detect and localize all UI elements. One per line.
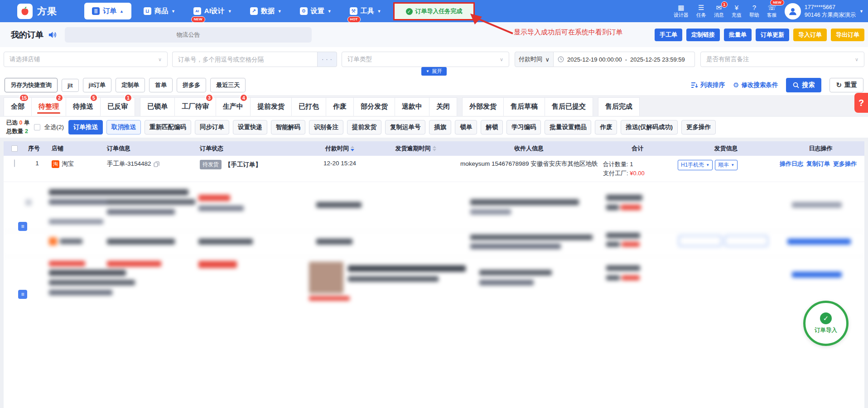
operation-log-link[interactable]: 操作日志	[780, 160, 803, 168]
rematch-code-button[interactable]: 重新匹配编码	[145, 120, 191, 134]
menu-settings[interactable]: ⚙ 设置 ▼	[294, 3, 338, 19]
menu-data[interactable]: ↗ 数据 ▼	[244, 3, 288, 19]
messages-shortcut[interactable]: ✉ 消息 1	[714, 4, 724, 19]
brand[interactable]: 方果	[17, 4, 57, 19]
modify-search-control[interactable]: ⚙ 修改搜索条件	[733, 81, 778, 89]
date-range-picker[interactable]: 2025-12-19 00:00:00 - 2025-12-25 23:59:5…	[554, 52, 695, 67]
tab-refunding[interactable]: 退款中	[395, 97, 429, 116]
tab-badge: 15	[19, 94, 29, 102]
lock-order-button[interactable]: 锁单	[455, 120, 477, 134]
shop-select[interactable]: 请选择店铺∨	[4, 52, 168, 67]
reset-button[interactable]: ↻ 重置	[829, 78, 863, 92]
row-checkbox[interactable]	[14, 159, 15, 167]
sort-overdue-time[interactable]	[433, 146, 436, 151]
tab-aftersale-submitted[interactable]: 售后已提交	[545, 97, 593, 116]
menu-tools[interactable]: ⚒ 工具 ▼ HOT	[344, 3, 387, 19]
set-express-button[interactable]: 设置快递	[233, 120, 267, 134]
tab-locked[interactable]: 已锁单	[140, 97, 175, 116]
quick-filter-jit[interactable]: jit	[62, 79, 79, 92]
refresh-icon: ↻	[836, 81, 842, 89]
support-shortcut[interactable]: ☏ 客服 NEW	[767, 4, 777, 19]
recharge-shortcut[interactable]: ¥ 充值	[732, 4, 742, 19]
cancel-push-button[interactable]: 取消推送	[106, 120, 141, 134]
sync-orders-button[interactable]: 同步订单	[195, 120, 229, 134]
expand-filters-button[interactable]: ▼ 展开	[421, 67, 447, 76]
import-orders-button[interactable]: 导入订单	[793, 29, 827, 41]
early-ship-button[interactable]: 提前发货	[347, 120, 381, 134]
save-quick-query-button[interactable]: 另存为快捷查询	[5, 78, 58, 92]
order-action-buttons: 手工单 定制链接 批量单 订单更新 导入订单 导出订单	[655, 29, 864, 41]
menu-ai-design[interactable]: AI AI设计 ▼ NEW	[188, 3, 238, 19]
unlock-button[interactable]: 解锁	[481, 120, 503, 134]
list-sort-control[interactable]: 列表排序	[691, 81, 725, 89]
pay-time-select[interactable]: 付款时间∨	[515, 52, 554, 67]
batch-order-button[interactable]: 批量单	[724, 29, 752, 41]
tasks-shortcut[interactable]: ☰ 任务	[696, 4, 706, 19]
copy-waybill-button[interactable]: 复制运单号	[385, 120, 426, 134]
select-all-checkbox[interactable]	[34, 124, 40, 130]
manual-order-button[interactable]: 手工单	[655, 29, 682, 41]
remark-icon[interactable]: ≡	[18, 290, 27, 299]
order-import-floating-button[interactable]: ✓ 订单导入	[803, 301, 849, 346]
flag-button[interactable]: 插旗	[429, 120, 451, 134]
search-button[interactable]: 搜索	[786, 78, 821, 92]
tab-pending-sort[interactable]: 待整理2	[31, 97, 66, 116]
quick-filter-jit-order[interactable]: jit订单	[83, 78, 112, 92]
quick-filter-custom[interactable]: 定制单	[116, 78, 145, 92]
quick-filter-pdd[interactable]: 拼多多	[177, 78, 206, 92]
remark-filter-select[interactable]: 是否有留言备注∨	[700, 52, 864, 67]
caret-down-icon: ∨	[500, 57, 503, 62]
menu-orders[interactable]: ≣ 订单 ▲	[84, 3, 131, 19]
copy-order-link[interactable]: 复制订单	[806, 160, 830, 168]
smart-decode-button[interactable]: 智能解码	[271, 120, 305, 134]
tab-packed[interactable]: 已打包	[291, 97, 326, 116]
learn-code-button[interactable]: 学习编码	[506, 120, 541, 134]
export-orders-button[interactable]: 导出订单	[831, 29, 864, 41]
logistics-announcement-input[interactable]	[65, 27, 312, 43]
tab-aftersale-draft[interactable]: 售后草稿	[503, 97, 545, 116]
copy-icon[interactable]	[154, 161, 159, 167]
question-icon: ?	[752, 4, 756, 11]
quick-filter-last3days[interactable]: 最近三天	[210, 78, 246, 92]
tab-void[interactable]: 作废	[326, 97, 354, 116]
status-badge: 待发货	[200, 160, 222, 169]
more-actions-link[interactable]: 更多操作	[833, 160, 857, 168]
row-pay-time: 12-20 15:24	[323, 160, 356, 167]
tab-pending-push[interactable]: 待推送5	[66, 97, 101, 116]
order-type-select[interactable]: 订单类型∨	[342, 52, 509, 67]
tab-closed[interactable]: 关闭	[429, 97, 457, 116]
search-filter-row: 请选择店铺∨ · · · 订单类型∨ 付款时间∨ 2025-12-19 00:0…	[0, 47, 868, 67]
tab-reverse-audit[interactable]: 已反审1	[100, 97, 135, 116]
recognize-remark-button[interactable]: 识别备注	[309, 120, 343, 134]
tab-in-production[interactable]: 生产中4	[216, 97, 251, 116]
designer-shortcut[interactable]: ▦ 设计器	[674, 4, 689, 19]
header-checkbox[interactable]	[11, 145, 18, 152]
void-button[interactable]: 作废	[595, 120, 617, 134]
order-number-input[interactable]	[172, 52, 317, 67]
order-update-button[interactable]: 订单更新	[756, 29, 789, 41]
quick-filter-first-order[interactable]: 首单	[149, 78, 173, 92]
push-orders-button[interactable]: 订单推送	[68, 120, 103, 134]
sort-pay-time[interactable]	[351, 146, 354, 151]
brand-name: 方果	[37, 5, 57, 18]
table-row: 1 淘 淘宝 手工单-3154482 待发货 【手工订单】 12-20 15:2…	[4, 156, 864, 182]
tab-external-ship[interactable]: 外部发货	[462, 97, 504, 116]
menu-goods[interactable]: ⊔ 商品 ▼	[138, 3, 181, 19]
push-decoded-button[interactable]: 推送(仅解码成功)	[621, 120, 678, 134]
remark-icon[interactable]: ≡	[18, 222, 27, 231]
tab-partial-ship[interactable]: 部分发货	[353, 97, 395, 116]
tab-aftersale-done[interactable]: 售后完成	[598, 97, 640, 116]
tab-early-ship[interactable]: 提前发货	[250, 97, 292, 116]
user-account-menu[interactable]: 177****5667 90146 方果商家演示 ▼	[785, 3, 863, 19]
product-select[interactable]: H1手机壳▼	[678, 160, 713, 170]
custom-link-button[interactable]: 定制链接	[686, 29, 720, 41]
express-select[interactable]: 顺丰▼	[715, 160, 738, 170]
tab-all[interactable]: 全部15	[4, 97, 32, 116]
help-shortcut[interactable]: ? 帮助	[749, 4, 759, 19]
more-order-numbers-button[interactable]: · · ·	[317, 52, 337, 67]
help-side-button[interactable]: ?	[854, 93, 868, 113]
tab-factory-audit[interactable]: 工厂待审3	[174, 97, 216, 116]
user-account: 90146 方果商家演示	[805, 11, 856, 19]
more-actions-button[interactable]: 更多操作	[681, 120, 716, 134]
batch-gift-button[interactable]: 批量设置赠品	[545, 120, 591, 134]
